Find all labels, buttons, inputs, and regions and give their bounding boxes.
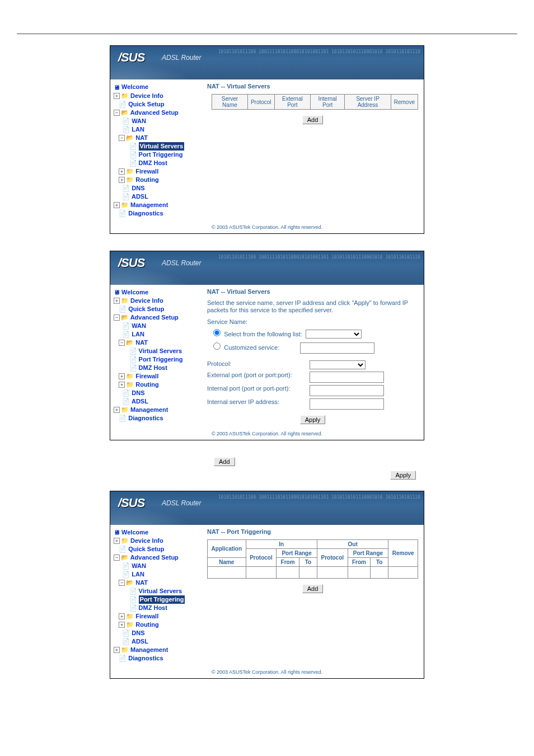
nav-port-triggering[interactable]: 📄 Port Triggering	[114, 355, 200, 364]
nav-dmz-host[interactable]: 📄 DMZ Host	[114, 159, 200, 167]
protocol-select[interactable]	[310, 360, 366, 369]
col-out-protocol: Protocol	[317, 548, 348, 566]
nav-port-triggering[interactable]: 📄 Port Triggering	[114, 151, 200, 159]
nav-dmz-host[interactable]: 📄 DMZ Host	[114, 364, 200, 372]
add-button-inline[interactable]: Add	[214, 457, 235, 466]
col-internal-port: Internal Port	[311, 95, 345, 110]
apply-button-inline[interactable]: Apply	[390, 471, 416, 480]
nav-nat[interactable]: −📂 NAT	[114, 339, 200, 347]
col-in-from: From	[277, 557, 299, 566]
col-application: Application	[208, 539, 246, 557]
nav-nat[interactable]: −📂 NAT	[114, 579, 200, 587]
nav-management[interactable]: +📁 Management	[114, 646, 200, 654]
label-select-list: Select from the following list:	[224, 331, 302, 337]
nav-port-triggering[interactable]: 📄 Port Triggering	[114, 595, 200, 604]
nav-quick-setup[interactable]: 📄 Quick Setup	[114, 305, 200, 313]
radio-select-list[interactable]	[213, 329, 221, 336]
inline-buttons: Add Apply	[110, 457, 424, 474]
add-button[interactable]: Add	[302, 584, 324, 593]
banner: /SUS ADSL Router 10101101011100 10011110…	[110, 46, 424, 79]
nav-welcome[interactable]: 🖥 Welcome	[114, 83, 200, 92]
nav-lan[interactable]: 📄 LAN	[114, 330, 200, 339]
nav-adsl[interactable]: 📄 ADSL	[114, 397, 200, 406]
nav-wan[interactable]: 📄 WAN	[114, 322, 200, 330]
nav-lan[interactable]: 📄 LAN	[114, 570, 200, 579]
internal-ip-label: Internal server IP address:	[207, 398, 308, 405]
nav-advanced-setup[interactable]: −📂 Advanced Setup	[114, 553, 200, 562]
page-description: Select the service name, server IP addre…	[207, 299, 418, 314]
label-custom-service: Customized service:	[224, 344, 279, 351]
footer-copyright: © 2003 ASUSTek Corporation. All rights r…	[110, 666, 424, 678]
nav-tree: 🖥 Welcome +📁 Device Info 📄 Quick Setup −…	[110, 79, 203, 221]
custom-service-input[interactable]	[300, 342, 374, 354]
nav-adsl[interactable]: 📄 ADSL	[114, 637, 200, 646]
table-row	[208, 566, 418, 578]
nav-advanced-setup[interactable]: −📂 Advanced Setup	[114, 109, 200, 117]
col-remove: Remove	[388, 539, 418, 566]
nav-welcome[interactable]: 🖥 Welcome	[114, 528, 200, 537]
content-pane: NAT -- Port Triggering Application In Ou…	[203, 525, 424, 666]
nav-dns[interactable]: 📄 DNS	[114, 389, 200, 397]
brand-logo: /SUS	[118, 256, 144, 270]
nav-device-info[interactable]: +📁 Device Info	[114, 537, 200, 545]
nav-dns[interactable]: 📄 DNS	[114, 629, 200, 637]
nav-management[interactable]: +📁 Management	[114, 406, 200, 414]
nav-advanced-setup[interactable]: −📂 Advanced Setup	[114, 313, 200, 322]
screenshot-virtual-servers-list: /SUS ADSL Router 10101101011100 10011110…	[110, 45, 424, 234]
nav-routing[interactable]: +📁 Routing	[114, 621, 200, 629]
internal-ip-input[interactable]	[310, 398, 384, 410]
col-out: Out	[317, 539, 388, 548]
service-name-label: Service Name:	[207, 318, 418, 325]
nav-diagnostics[interactable]: 📄 Diagnostics	[114, 209, 200, 218]
add-button[interactable]: Add	[302, 115, 324, 124]
nav-dns[interactable]: 📄 DNS	[114, 184, 200, 192]
content-pane: NAT -- Virtual Servers Select the servic…	[203, 285, 424, 428]
nav-routing[interactable]: +📁 Routing	[114, 176, 200, 184]
nav-quick-setup[interactable]: 📄 Quick Setup	[114, 545, 200, 553]
nav-device-info[interactable]: +📁 Device Info	[114, 92, 200, 100]
nav-virtual-servers[interactable]: 📄 Virtual Servers	[114, 587, 200, 595]
nav-wan[interactable]: 📄 WAN	[114, 562, 200, 570]
nav-device-info[interactable]: +📁 Device Info	[114, 297, 200, 305]
internal-port-input[interactable]	[310, 385, 384, 396]
nav-diagnostics[interactable]: 📄 Diagnostics	[114, 654, 200, 663]
col-in-port-range: Port Range	[277, 548, 317, 557]
apply-button[interactable]: Apply	[300, 415, 326, 424]
nav-virtual-servers[interactable]: 📄 Virtual Servers	[114, 142, 200, 151]
nav-dmz-host[interactable]: 📄 DMZ Host	[114, 604, 200, 612]
pc-icon: 🖥	[114, 83, 120, 92]
col-out-port-range: Port Range	[348, 548, 388, 557]
brand-logo: /SUS	[118, 496, 144, 510]
brand-subtitle: ADSL Router	[162, 54, 201, 62]
nav-tree: 🖥 Welcome +📁 Device Info 📄 Quick Setup −…	[110, 525, 203, 666]
external-port-label: External port (port or port:port):	[207, 372, 308, 378]
nav-diagnostics[interactable]: 📄 Diagnostics	[114, 414, 200, 422]
nav-tree: 🖥 Welcome +📁 Device Info 📄 Quick Setup −…	[110, 285, 203, 428]
nav-firewall[interactable]: +📁 Firewall	[114, 372, 200, 381]
screenshot-virtual-servers-form: /SUS ADSL Router 10101101011100 10011110…	[110, 251, 424, 440]
banner-binary: 10101101011100 1001111010110001010100110…	[218, 495, 420, 500]
col-in: In	[246, 539, 317, 548]
nav-welcome[interactable]: 🖥 Welcome	[114, 288, 200, 297]
nav-routing[interactable]: +📁 Routing	[114, 381, 200, 389]
col-name: Name	[208, 557, 246, 566]
radio-custom-service[interactable]	[213, 342, 221, 350]
nav-firewall[interactable]: +📁 Firewall	[114, 167, 200, 176]
col-protocol: Protocol	[247, 95, 274, 110]
nav-quick-setup[interactable]: 📄 Quick Setup	[114, 100, 200, 109]
nav-virtual-servers[interactable]: 📄 Virtual Servers	[114, 347, 200, 355]
page-title: NAT -- Virtual Servers	[207, 83, 418, 90]
nav-wan[interactable]: 📄 WAN	[114, 117, 200, 125]
col-in-protocol: Protocol	[246, 548, 277, 566]
page-title: NAT -- Virtual Servers	[207, 288, 418, 295]
nav-firewall[interactable]: +📁 Firewall	[114, 612, 200, 621]
col-server-name: Server Name	[212, 95, 248, 110]
external-port-input[interactable]	[310, 372, 384, 383]
port-triggering-table: Application In Out Remove Protocol Port …	[207, 539, 418, 579]
nav-management[interactable]: +📁 Management	[114, 201, 200, 209]
nav-adsl[interactable]: 📄 ADSL	[114, 192, 200, 201]
nav-nat[interactable]: −📂 NAT	[114, 134, 200, 142]
col-in-to: To	[299, 557, 317, 566]
nav-lan[interactable]: 📄 LAN	[114, 125, 200, 134]
service-select[interactable]	[306, 330, 362, 339]
